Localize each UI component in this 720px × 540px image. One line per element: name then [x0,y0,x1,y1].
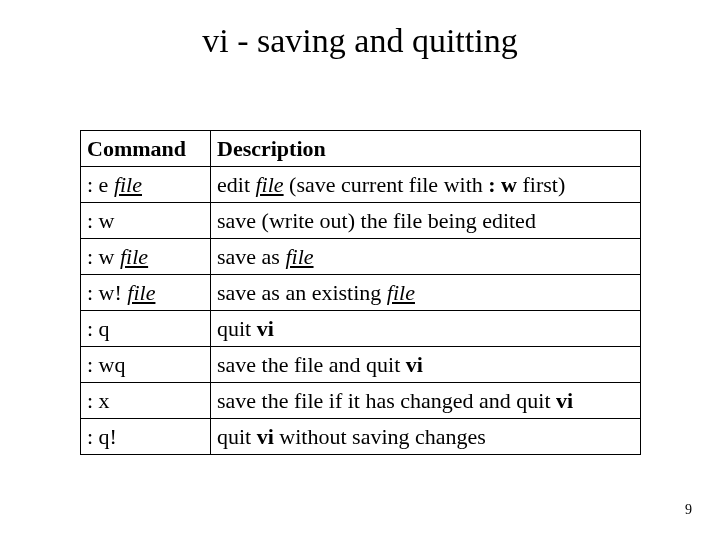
cmd-file: file [120,244,148,269]
desc-file: file [256,172,284,197]
cell-description: save the file and quit vi [211,347,641,383]
desc-pre: save the file and quit [217,352,406,377]
cmd-text: : w [87,208,115,233]
cell-description: save the file if it has changed and quit… [211,383,641,419]
cmd-text: : q [87,316,110,341]
desc-pre: quit [217,424,257,449]
cmd-text: : q! [87,424,117,449]
table-body: : e fileedit file (save current file wit… [81,167,641,455]
table-row: : w filesave as file [81,239,641,275]
cmd-text: : e [87,172,114,197]
cell-command: : q [81,311,211,347]
desc-bold: vi [556,388,573,413]
table-row: : w! filesave as an existing file [81,275,641,311]
cell-command: : w! file [81,275,211,311]
desc-pre: edit [217,172,256,197]
cell-command: : wq [81,347,211,383]
slide: vi - saving and quitting Command Descrip… [0,0,720,540]
desc-pre: save as an existing [217,280,387,305]
cell-command: : e file [81,167,211,203]
cell-description: quit vi without saving changes [211,419,641,455]
cmd-text: : w [87,244,120,269]
table-row: : q!quit vi without saving changes [81,419,641,455]
desc-bold: vi [257,316,274,341]
table-row: : wsave (write out) the file being edite… [81,203,641,239]
desc-pre: save as [217,244,285,269]
desc-post: without saving changes [274,424,486,449]
table-row: : qquit vi [81,311,641,347]
header-description: Description [211,131,641,167]
desc-mid: (save current file with [284,172,489,197]
table-row: : wqsave the file and quit vi [81,347,641,383]
table-header-row: Command Description [81,131,641,167]
desc-bold: vi [406,352,423,377]
desc-pre: save the file if it has changed and quit [217,388,556,413]
cmd-file: file [127,280,155,305]
command-table-wrap: Command Description : e fileedit file (s… [80,130,640,455]
cell-description: save as file [211,239,641,275]
desc-bold: vi [257,424,274,449]
command-table: Command Description : e fileedit file (s… [80,130,641,455]
cell-command: : x [81,383,211,419]
cell-description: quit vi [211,311,641,347]
desc-post: first) [517,172,565,197]
cmd-text: : x [87,388,110,413]
cell-description: edit file (save current file with : w fi… [211,167,641,203]
cmd-text: : w! [87,280,127,305]
cell-command: : q! [81,419,211,455]
slide-title: vi - saving and quitting [0,22,720,60]
desc-pre: save (write out) the file being edited [217,208,536,233]
desc-bold: : w [488,172,517,197]
desc-file: file [285,244,313,269]
header-command: Command [81,131,211,167]
desc-pre: quit [217,316,257,341]
page-number: 9 [685,502,692,518]
cmd-text: : wq [87,352,126,377]
cmd-file: file [114,172,142,197]
cell-command: : w file [81,239,211,275]
cell-command: : w [81,203,211,239]
table-row: : e fileedit file (save current file wit… [81,167,641,203]
cell-description: save as an existing file [211,275,641,311]
cell-description: save (write out) the file being edited [211,203,641,239]
table-row: : xsave the file if it has changed and q… [81,383,641,419]
desc-file: file [387,280,415,305]
